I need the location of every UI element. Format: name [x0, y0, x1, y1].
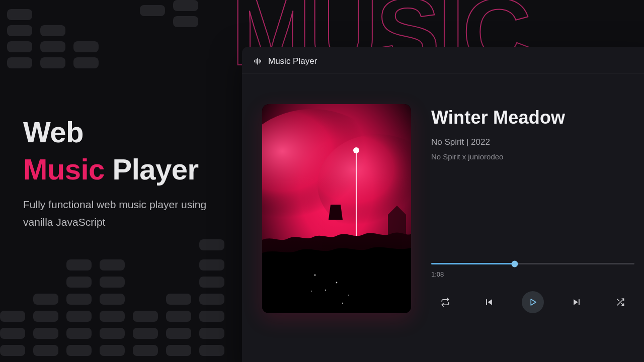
svg-line-22: [617, 299, 619, 301]
player-header: Music Player: [242, 47, 644, 74]
svg-rect-9: [356, 149, 357, 245]
svg-marker-18: [531, 299, 536, 305]
hero-block: Web Music Player Fully functional web mu…: [23, 114, 234, 231]
svg-point-14: [348, 295, 349, 296]
hero-title: Web Music Player: [23, 114, 234, 188]
play-button[interactable]: [522, 291, 544, 313]
skip-previous-icon: [484, 297, 494, 307]
skip-next-icon: [572, 297, 582, 307]
svg-point-15: [311, 291, 312, 292]
svg-point-12: [325, 290, 326, 291]
elapsed-time: 1:08: [431, 270, 634, 278]
svg-rect-19: [579, 299, 580, 305]
svg-point-11: [314, 275, 316, 276]
progress-bar[interactable]: [431, 263, 634, 264]
track-artist: No Spirit x juniorodeo: [431, 152, 634, 161]
previous-button[interactable]: [478, 291, 500, 313]
hero-subtitle: Fully functional web music player using …: [23, 196, 234, 231]
play-icon: [528, 298, 537, 307]
track-meta: No Spirit | 2022: [431, 137, 634, 147]
shuffle-icon: [616, 298, 625, 307]
hero-title-accent: Music: [23, 153, 105, 186]
sound-wave-icon: [253, 57, 262, 66]
album-art: [262, 104, 411, 313]
svg-point-13: [336, 282, 338, 284]
svg-point-16: [342, 303, 343, 304]
track-title: Winter Meadow: [431, 107, 634, 128]
next-button[interactable]: [566, 291, 588, 313]
shuffle-button[interactable]: [609, 291, 631, 313]
repeat-button[interactable]: [434, 291, 456, 313]
svg-point-10: [353, 147, 359, 153]
svg-rect-17: [486, 299, 487, 305]
progress-thumb[interactable]: [511, 260, 518, 267]
hero-title-rest: Player: [113, 153, 199, 186]
progress-fill: [431, 263, 515, 264]
player-header-label: Music Player: [268, 56, 317, 66]
hero-title-line1: Web: [23, 116, 84, 148]
repeat-icon: [441, 298, 450, 307]
music-player-panel: Music Player: [242, 47, 644, 362]
